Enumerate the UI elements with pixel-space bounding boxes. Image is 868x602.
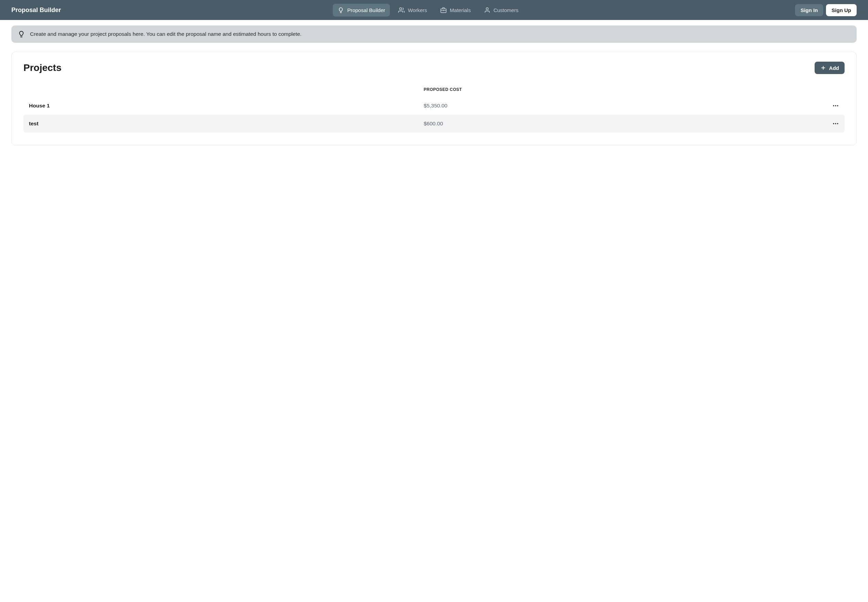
lightbulb-icon bbox=[18, 30, 25, 38]
table-row[interactable]: House 1 $5,350.00 bbox=[23, 97, 845, 115]
svg-point-4 bbox=[833, 123, 834, 124]
project-cost: $5,350.00 bbox=[424, 103, 819, 109]
nav-workers[interactable]: Workers bbox=[393, 4, 432, 17]
nav-materials[interactable]: Materials bbox=[435, 4, 476, 17]
auth-buttons: Sign In Sign Up bbox=[795, 4, 857, 16]
col-actions bbox=[819, 87, 839, 92]
svg-point-1 bbox=[833, 105, 834, 106]
row-actions-button[interactable] bbox=[819, 102, 839, 109]
more-icon bbox=[832, 102, 839, 109]
nav-label: Customers bbox=[493, 7, 519, 13]
main-nav: Proposal Builder Workers Materials Custo… bbox=[333, 4, 523, 17]
projects-table: PROPOSED COST House 1 $5,350.00 test $60… bbox=[23, 87, 845, 133]
svg-point-3 bbox=[837, 105, 838, 106]
nav-label: Materials bbox=[450, 7, 471, 13]
project-name: House 1 bbox=[29, 103, 424, 109]
page-content: Create and manage your project proposals… bbox=[0, 20, 868, 151]
nav-customers[interactable]: Customers bbox=[479, 4, 524, 17]
plus-icon bbox=[820, 65, 827, 71]
table-header: PROPOSED COST bbox=[23, 87, 845, 97]
svg-point-6 bbox=[837, 123, 838, 124]
user-icon bbox=[484, 7, 490, 14]
lightbulb-icon bbox=[338, 7, 344, 14]
card-title: Projects bbox=[23, 62, 61, 73]
signin-button[interactable]: Sign In bbox=[795, 4, 823, 16]
project-name: test bbox=[29, 121, 424, 127]
nav-label: Proposal Builder bbox=[347, 7, 385, 13]
svg-point-5 bbox=[835, 123, 836, 124]
nav-proposal-builder[interactable]: Proposal Builder bbox=[333, 4, 390, 17]
add-project-button[interactable]: Add bbox=[814, 61, 845, 74]
app-header: Proposal Builder Proposal Builder Worker… bbox=[0, 0, 868, 20]
nav-label: Workers bbox=[408, 7, 427, 13]
svg-point-2 bbox=[835, 105, 836, 106]
info-banner: Create and manage your project proposals… bbox=[11, 26, 857, 43]
signup-button[interactable]: Sign Up bbox=[826, 4, 857, 16]
app-title: Proposal Builder bbox=[11, 6, 61, 14]
project-cost: $600.00 bbox=[424, 121, 819, 127]
table-row[interactable]: test $600.00 bbox=[23, 115, 845, 133]
row-actions-button[interactable] bbox=[819, 120, 839, 127]
card-header: Projects Add bbox=[23, 61, 845, 74]
info-banner-text: Create and manage your project proposals… bbox=[30, 31, 301, 37]
col-name bbox=[29, 87, 424, 92]
add-label: Add bbox=[829, 65, 839, 71]
col-cost: PROPOSED COST bbox=[424, 87, 819, 92]
more-icon bbox=[832, 120, 839, 127]
briefcase-icon bbox=[440, 7, 447, 14]
projects-card: Projects Add PROPOSED COST House 1 $5,35… bbox=[11, 52, 857, 145]
users-icon bbox=[398, 7, 405, 14]
